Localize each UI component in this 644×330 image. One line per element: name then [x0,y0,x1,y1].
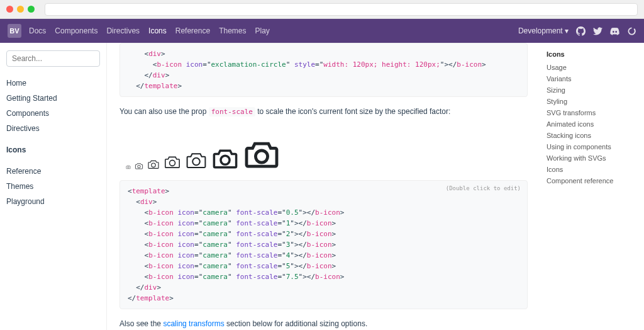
scaling-transforms-link[interactable]: scaling transforms [163,319,224,328]
toc-item-svg-transforms[interactable]: SVG transforms [547,107,638,118]
layout: HomeGetting StartedComponentsDirectivesI… [0,43,644,330]
navbar-links: DocsComponentsDirectivesIconsReferenceTh… [29,26,270,35]
camera-icon [211,147,239,169]
main-content: <div> <b-icon icon="exclamation-circle" … [107,43,540,330]
toc-item-variants[interactable]: Variants [547,73,638,84]
sidebar-item-icons[interactable]: Icons [6,142,100,157]
svg-point-4 [192,158,200,166]
sidebar-item-themes[interactable]: Themes [6,179,100,194]
navbar-right: Development ▾ [518,26,636,36]
toc-item-component-reference[interactable]: Component reference [547,175,638,186]
logo[interactable]: BV [8,24,21,38]
search-input[interactable] [6,50,100,67]
window-maximize-button[interactable] [28,6,35,13]
svg-point-2 [152,163,155,167]
camera-icon [126,165,131,169]
sidebar-item-getting-started[interactable]: Getting Started [6,91,100,106]
nav-link-play[interactable]: Play [255,26,270,35]
twitter-icon[interactable] [593,26,602,36]
sidebar-item-components[interactable]: Components [6,106,100,121]
window-minimize-button[interactable] [17,6,24,13]
sidebar-item-directives[interactable]: Directives [6,121,100,136]
svg-point-6 [255,151,267,162]
github-icon[interactable] [576,26,586,36]
nav-link-themes[interactable]: Themes [219,26,246,35]
para-scaling-transforms: Also see the scaling transforms section … [119,318,528,329]
svg-point-5 [221,156,230,164]
edit-hint: (Double click to edit) [446,185,521,193]
toc-item-styling[interactable]: Styling [547,96,638,107]
svg-point-3 [170,161,175,166]
sidebar-item-home[interactable]: Home [6,76,100,91]
toc-item-animated-icons[interactable]: Animated icons [547,118,638,130]
para-font-scale: You can also use the prop font-scale to … [119,106,528,118]
browser-chrome [0,0,644,19]
code-block-2[interactable]: (Double click to edit)<template> <div> <… [119,180,528,310]
toc-item-stacking-icons[interactable]: Stacking icons [547,130,638,141]
url-bar[interactable] [45,3,638,16]
nav-link-directives[interactable]: Directives [106,26,140,35]
camera-icon [243,139,280,169]
opencollective-icon[interactable] [627,26,636,36]
camera-icon [135,162,143,169]
sidebar-item-playground[interactable]: Playground [6,194,100,209]
svg-point-1 [138,165,140,168]
sidebar-right: Icons UsageVariantsSizingStylingSVG tran… [540,43,644,330]
toc-item-icons[interactable]: Icons [547,164,638,175]
window-close-button[interactable] [6,6,13,13]
toc-item-usage[interactable]: Usage [547,62,638,73]
toc-item-working-with-svgs[interactable]: Working with SVGs [547,152,638,164]
toc-item-sizing[interactable]: Sizing [547,84,638,96]
nav-link-icons[interactable]: Icons [148,26,167,35]
discord-icon[interactable] [610,26,619,36]
navbar: BV DocsComponentsDirectivesIconsReferenc… [0,19,644,43]
dev-dropdown[interactable]: Development ▾ [518,26,569,35]
svg-point-0 [128,167,130,169]
nav-link-components[interactable]: Components [55,26,97,35]
sidebar-left: HomeGetting StartedComponentsDirectivesI… [0,43,107,330]
inline-code: font-scale [209,107,255,117]
camera-icon [147,159,160,169]
toc-heading: Icons [547,50,638,58]
nav-link-reference[interactable]: Reference [175,26,210,35]
nav-link-docs[interactable]: Docs [29,26,46,35]
code-block-1[interactable]: <div> <b-icon icon="exclamation-circle" … [119,43,528,97]
camera-icon-row [119,127,528,180]
toc-item-using-in-components[interactable]: Using in components [547,141,638,152]
camera-icon [164,155,181,169]
camera-icon [185,151,208,169]
sidebar-item-reference[interactable]: Reference [6,164,100,179]
